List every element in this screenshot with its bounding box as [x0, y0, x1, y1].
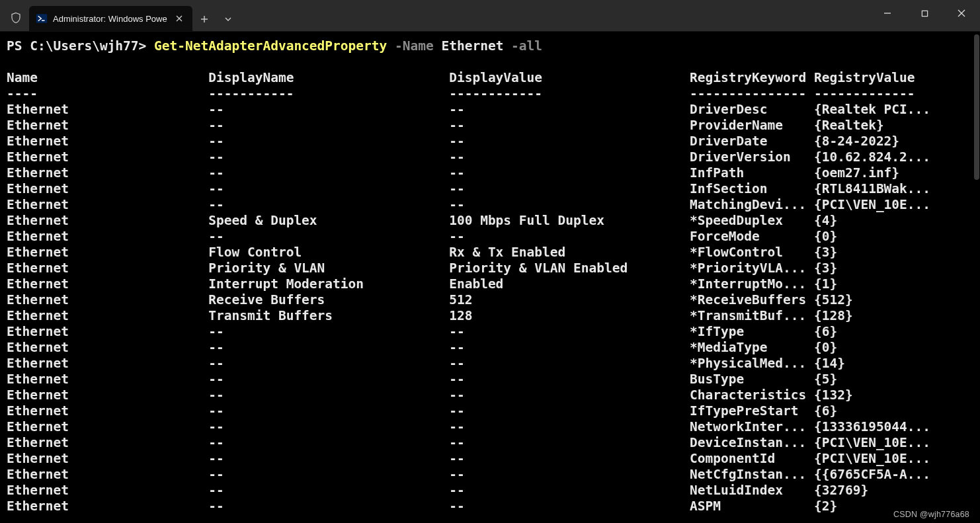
close-window-button[interactable]: [943, 0, 980, 26]
maximize-button[interactable]: [906, 0, 943, 26]
minimize-button[interactable]: [869, 0, 906, 26]
scroll-thumb[interactable]: [974, 34, 979, 180]
window-controls: [869, 0, 980, 26]
tab-dropdown-button[interactable]: [216, 7, 240, 31]
title-bar: Administrator: Windows Powe: [0, 0, 980, 32]
scrollbar[interactable]: [973, 32, 980, 523]
watermark: CSDN @wjh776a68: [893, 510, 969, 519]
new-tab-button[interactable]: [192, 7, 216, 31]
terminal-output[interactable]: PS C:\Users\wjh77> Get-NetAdapterAdvance…: [0, 32, 980, 514]
powershell-icon: [36, 13, 48, 24]
shield-icon: [4, 5, 28, 31]
active-tab[interactable]: Administrator: Windows Powe: [29, 6, 192, 31]
svg-rect-6: [922, 11, 927, 16]
tab-close-button[interactable]: [173, 12, 186, 25]
tab-title: Administrator: Windows Powe: [53, 14, 167, 24]
